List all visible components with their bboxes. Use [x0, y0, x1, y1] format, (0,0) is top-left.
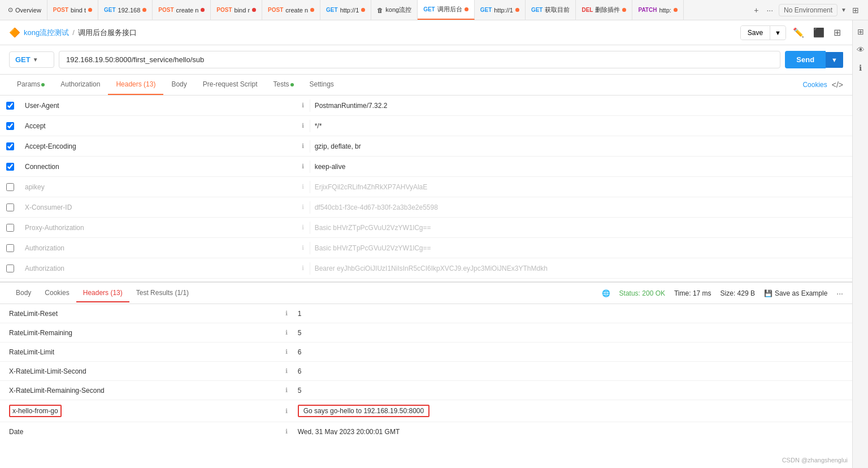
tab-dot: [201, 8, 205, 12]
method-select[interactable]: GET ▼: [9, 51, 54, 68]
tab-get-http2[interactable]: GET http://1: [475, 0, 526, 20]
tab-overview[interactable]: ⊙ Overview: [2, 0, 47, 20]
tab-headers-label: Headers (13): [116, 80, 155, 88]
request-headers-table: User-Agent ℹ PostmanRuntime/7.32.2 Accep…: [0, 96, 852, 282]
more-options-button[interactable]: ···: [836, 289, 843, 298]
tab-authorization[interactable]: Authorization: [53, 75, 108, 95]
header-value: keep-alive: [310, 161, 852, 173]
table-row: Authorization ℹ Bearer eyJhbGciOiJIUzI1N…: [0, 258, 852, 279]
info-icon[interactable]: ℹ: [296, 244, 310, 252]
url-input[interactable]: [59, 51, 780, 68]
tab-headers[interactable]: Headers (13): [108, 75, 163, 95]
tab-body[interactable]: Body: [163, 75, 194, 95]
tab-test-results[interactable]: Test Results (1/1): [129, 284, 196, 302]
tab-dot: [515, 8, 519, 12]
header-value: Bearer eyJhbGciOiJIUzI1NiIsInR5cCI6IkpXV…: [310, 262, 852, 275]
tab-response-headers-label: Headers (13): [83, 289, 123, 297]
tab-response-cookies[interactable]: Cookies: [38, 284, 76, 302]
workspace-icon-button[interactable]: ⊞: [850, 5, 861, 16]
tab-tests-label: Tests: [273, 80, 289, 88]
sidebar-monitor-icon[interactable]: 👁: [854, 43, 867, 57]
row-checkbox[interactable]: [0, 244, 20, 252]
tab-overview-label: Overview: [15, 7, 41, 14]
row-checkbox[interactable]: [0, 183, 20, 191]
table-row: Accept ℹ */*: [0, 116, 852, 136]
tab-patch-http[interactable]: PATCH http:: [632, 0, 683, 20]
info-icon[interactable]: ℹ: [280, 408, 293, 415]
tab-response-body[interactable]: Body: [9, 284, 38, 302]
info-icon[interactable]: ℹ: [280, 348, 293, 356]
save-dropdown-button[interactable]: ▼: [770, 27, 785, 39]
tab-response-cookies-label: Cookies: [45, 289, 69, 297]
row-checkbox[interactable]: [0, 142, 20, 150]
table-row: Proxy-Authorization ℹ Basic bHVrZTpPcGVu…: [0, 218, 852, 238]
row-checkbox[interactable]: [0, 163, 20, 171]
header-key: Accept-Encoding: [20, 140, 296, 153]
tab-get-192[interactable]: GET 192.168: [98, 0, 153, 20]
tab-post-create-n[interactable]: POST create n: [153, 0, 211, 20]
table-row: RateLimit-Reset ℹ 1: [0, 304, 852, 323]
info-icon[interactable]: ℹ: [296, 203, 310, 211]
tab-params[interactable]: Params: [9, 75, 53, 95]
info-icon[interactable]: ℹ: [296, 142, 310, 150]
add-tab-button[interactable]: +: [752, 5, 761, 16]
info-icon[interactable]: ℹ: [296, 163, 310, 170]
share-icon-button[interactable]: ⬛: [811, 25, 827, 40]
sidebar-info-icon[interactable]: ℹ: [854, 61, 867, 75]
info-icon[interactable]: ℹ: [296, 122, 310, 129]
table-row: Connection ℹ keep-alive: [0, 157, 852, 177]
tab-label: 删除插件: [595, 6, 620, 14]
send-button-group[interactable]: Send ▼: [785, 51, 843, 68]
response-header-key-highlighted: x-hello-from-go: [9, 405, 280, 417]
info-icon[interactable]: ℹ: [280, 387, 293, 394]
tab-method-label: POST: [216, 7, 232, 13]
tab-post-bind-r[interactable]: POST bind r: [211, 0, 262, 20]
settings-icon-button[interactable]: ⊞: [831, 25, 843, 40]
tab-post-create-n2[interactable]: POST create n: [262, 0, 320, 20]
tab-settings[interactable]: Settings: [302, 75, 342, 95]
info-icon[interactable]: ℹ: [280, 367, 293, 375]
info-icon[interactable]: ℹ: [280, 428, 293, 435]
send-dropdown-button[interactable]: ▼: [826, 52, 843, 68]
tab-tests[interactable]: Tests: [265, 75, 301, 95]
tab-get-fetch[interactable]: GET 获取目前: [526, 0, 576, 20]
info-icon[interactable]: ℹ: [296, 265, 310, 272]
method-label: GET: [15, 55, 31, 64]
info-icon[interactable]: ℹ: [296, 102, 310, 109]
code-icon[interactable]: </>: [832, 80, 843, 89]
save-button-group[interactable]: Save ▼: [740, 25, 786, 40]
row-checkbox[interactable]: [0, 203, 20, 211]
save-example-button[interactable]: 💾 Save as Example: [764, 289, 827, 297]
edit-icon-button[interactable]: ✏️: [791, 25, 806, 40]
info-icon[interactable]: ℹ: [296, 183, 310, 190]
row-checkbox[interactable]: [0, 224, 20, 232]
env-selector[interactable]: No Environment: [779, 4, 837, 16]
tab-dot: [361, 8, 365, 12]
row-checkbox[interactable]: [0, 102, 20, 110]
row-checkbox[interactable]: [0, 265, 20, 272]
response-header-key: RateLimit-Remaining: [9, 327, 280, 339]
sidebar-environment-icon[interactable]: ⊞: [854, 25, 867, 38]
more-tabs-button[interactable]: ···: [764, 5, 775, 16]
tab-get-invoke[interactable]: GET 调用后台: [418, 0, 475, 20]
info-icon[interactable]: ℹ: [280, 310, 293, 317]
info-icon[interactable]: ℹ: [296, 224, 310, 231]
table-row: RateLimit-Remaining ℹ 5: [0, 323, 852, 343]
tab-method-label: GET: [104, 7, 116, 13]
row-checkbox[interactable]: [0, 122, 20, 130]
tab-actions: + ··· No Environment ▼ ⊞: [752, 4, 866, 16]
tab-kong-flow[interactable]: 🗑 kong流控: [371, 0, 418, 20]
tab-dot: [310, 8, 314, 12]
cookies-link[interactable]: Cookies: [802, 81, 827, 89]
tab-get-http1[interactable]: GET http://1: [320, 0, 371, 20]
breadcrumb-item-1[interactable]: kong流控测试: [24, 28, 69, 38]
response-header-value: 6: [293, 346, 843, 358]
tab-dot: [465, 7, 468, 11]
tab-post-bind-t[interactable]: POST bind t: [47, 0, 98, 20]
save-button[interactable]: Save: [741, 26, 770, 40]
info-icon[interactable]: ℹ: [280, 329, 293, 336]
tab-del-delete[interactable]: DEL 删除插件: [576, 0, 632, 20]
send-button[interactable]: Send: [785, 51, 826, 68]
tab-prerequest[interactable]: Pre-request Script: [195, 75, 266, 95]
tab-response-headers[interactable]: Headers (13): [76, 284, 129, 302]
